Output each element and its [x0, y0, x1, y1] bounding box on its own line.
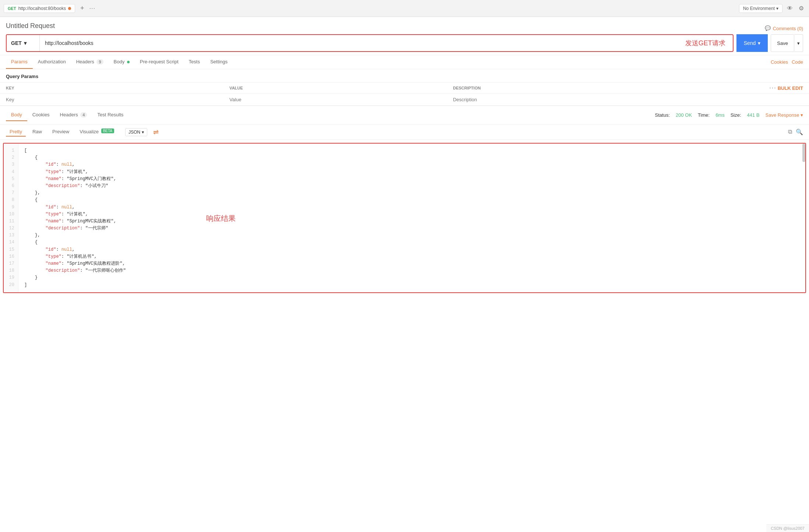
- desc-cell[interactable]: [447, 94, 671, 106]
- environment-selector[interactable]: No Environment ▾: [739, 4, 782, 13]
- time-value: 6ms: [715, 112, 725, 118]
- response-header: Body Cookies Headers 4 Test Results Stat…: [0, 106, 809, 124]
- code-line-6: "description": "小试牛刀": [24, 183, 799, 190]
- tab-dot-indicator: [68, 7, 71, 10]
- row-action-cell: [671, 94, 809, 106]
- method-value: GET: [11, 40, 22, 46]
- comments-icon: 💬: [765, 25, 771, 31]
- tab-prerequest[interactable]: Pre-request Script: [135, 55, 184, 69]
- tab-settings[interactable]: Settings: [205, 55, 233, 69]
- bulk-edit-link[interactable]: Bulk Edit: [778, 85, 803, 91]
- send-button[interactable]: Send ▾: [736, 34, 768, 52]
- format-bar: Pretty Raw Preview Visualize BETA JSON ▾…: [0, 124, 809, 140]
- save-arrow-button[interactable]: ▾: [794, 34, 803, 52]
- code-line-8: {: [24, 197, 799, 204]
- status-label: Status:: [655, 112, 670, 118]
- format-tab-pretty[interactable]: Pretty: [6, 127, 26, 137]
- get-annotation: 发送GET请求: [678, 35, 733, 51]
- query-params-title: Query Params: [0, 69, 809, 82]
- code-line-10: "type": "计算机",: [24, 211, 799, 218]
- request-tab[interactable]: GET http://localhost:80/books: [4, 4, 75, 13]
- tab-tests[interactable]: Tests: [184, 55, 205, 69]
- code-line-15: "id": null,: [24, 246, 799, 253]
- resp-tab-body[interactable]: Body: [6, 109, 27, 121]
- code-line-18: "description": "一代宗师呕心创作": [24, 267, 799, 274]
- send-save-group: Send ▾ Save ▾: [736, 34, 803, 52]
- save-button[interactable]: Save: [771, 34, 794, 52]
- code-line-14: {: [24, 239, 799, 246]
- beta-badge: BETA: [101, 128, 114, 133]
- resp-tab-test-results[interactable]: Test Results: [92, 109, 129, 121]
- cookies-link[interactable]: Cookies: [771, 59, 788, 65]
- code-line-1: [: [24, 147, 799, 154]
- code-line-13: },: [24, 232, 799, 239]
- value-cell[interactable]: [224, 94, 447, 106]
- request-tabs-bar: Params Authorization Headers 9 Body Pre-…: [0, 55, 809, 69]
- code-line-9: "id": null,: [24, 204, 799, 211]
- line-numbers: 12345 678910 1112131415 1617181920: [4, 144, 18, 292]
- copy-icon[interactable]: ⧉: [788, 128, 792, 135]
- comments-link[interactable]: Comments (0): [773, 26, 803, 31]
- params-row-empty: [0, 94, 809, 106]
- value-input[interactable]: [229, 97, 291, 102]
- send-label: Send: [744, 40, 756, 46]
- search-icon[interactable]: 🔍: [796, 128, 803, 135]
- new-tab-button[interactable]: +: [78, 4, 87, 13]
- code-line-12: "description": "一代宗师": [24, 225, 799, 232]
- tab-authorization[interactable]: Authorization: [33, 55, 71, 69]
- code-line-7: },: [24, 190, 799, 197]
- tab-body[interactable]: Body: [109, 55, 135, 69]
- tab-method: GET: [8, 6, 16, 11]
- key-input[interactable]: [6, 97, 68, 102]
- save-response-button[interactable]: Save Response ▾: [766, 112, 803, 118]
- eye-icon-btn[interactable]: 👁: [785, 4, 794, 13]
- code-line-19: }: [24, 274, 799, 281]
- col-value: VALUE: [224, 82, 447, 94]
- code-link[interactable]: Code: [792, 59, 803, 65]
- code-line-3: "id": null,: [24, 161, 799, 168]
- format-tab-preview[interactable]: Preview: [49, 127, 73, 137]
- size-value: 441 B: [747, 112, 760, 118]
- time-label: Time:: [698, 112, 710, 118]
- format-chevron-icon: ▾: [142, 130, 144, 135]
- params-table: KEY VALUE DESCRIPTION ··· Bulk Edit: [0, 82, 809, 106]
- code-line-5: "name": "SpringMVC入门教程",: [24, 176, 799, 183]
- settings-icon-btn[interactable]: ⚙: [797, 3, 805, 13]
- format-tab-raw[interactable]: Raw: [29, 127, 46, 137]
- env-label: No Environment: [743, 6, 775, 11]
- request-title: Untitled Request: [6, 22, 55, 30]
- tab-params[interactable]: Params: [6, 55, 33, 69]
- code-content: [ { "id": null, "type": "计算机", "name": "…: [18, 144, 805, 292]
- key-cell[interactable]: [0, 94, 224, 106]
- response-tabs: Body Cookies Headers 4 Test Results: [6, 109, 129, 121]
- request-area: Untitled Request 💬 Comments (0) GET ▾ 发送…: [0, 17, 809, 55]
- size-label: Size:: [731, 112, 741, 118]
- code-line-20: ]: [24, 282, 799, 289]
- more-options-button[interactable]: ···: [769, 85, 776, 91]
- tabs-right: Cookies Code: [771, 59, 803, 65]
- code-line-16: "type": "计算机丛书",: [24, 253, 799, 260]
- code-line-17: "name": "SpringMVC实战教程进阶",: [24, 260, 799, 267]
- more-tabs-button[interactable]: ···: [89, 5, 95, 12]
- format-type-label: JSON: [129, 130, 140, 135]
- desc-input[interactable]: [453, 97, 515, 102]
- code-line-2: {: [24, 154, 799, 161]
- tab-headers[interactable]: Headers 9: [71, 55, 109, 69]
- send-chevron-icon: ▾: [758, 40, 760, 46]
- url-bar: GET ▾ 发送GET请求: [6, 34, 734, 52]
- top-bar: GET http://localhost:80/books + ··· No E…: [0, 0, 809, 17]
- format-tab-visualize[interactable]: Visualize BETA: [76, 127, 118, 137]
- resp-tab-headers[interactable]: Headers 4: [55, 109, 92, 121]
- format-type-select[interactable]: JSON ▾: [125, 128, 147, 136]
- format-right: ⧉ 🔍: [788, 128, 803, 135]
- code-line-11: "name": "SpringMVC实战教程",: [24, 218, 799, 225]
- resp-tab-cookies[interactable]: Cookies: [27, 109, 55, 121]
- scrollbar-thumb[interactable]: [802, 144, 805, 162]
- url-input[interactable]: [40, 35, 678, 51]
- tab-url: http://localhost:80/books: [18, 6, 66, 11]
- footer-text: CSDN @lisus2007: [771, 526, 805, 531]
- col-actions: ··· Bulk Edit: [671, 82, 809, 94]
- wrap-icon[interactable]: ⇌: [153, 128, 159, 136]
- chevron-down-icon: ▾: [776, 6, 778, 11]
- method-select[interactable]: GET ▾: [7, 35, 40, 51]
